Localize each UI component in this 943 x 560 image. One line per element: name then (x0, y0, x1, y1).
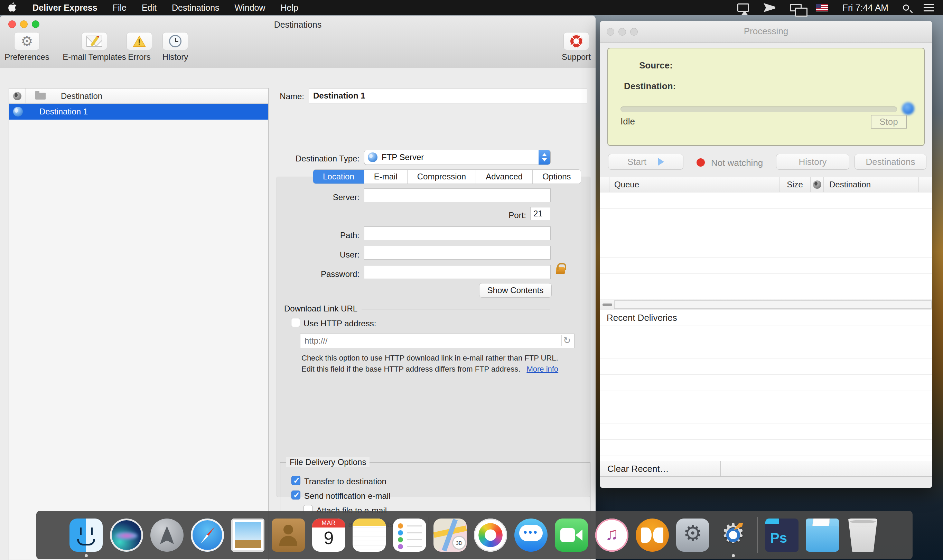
dock-item-launchpad[interactable] (150, 518, 183, 552)
port-input[interactable] (530, 207, 550, 220)
support-button[interactable]: Support (550, 32, 602, 62)
menu-edit[interactable]: Edit (142, 3, 157, 13)
menu-destinations[interactable]: Destinations (172, 3, 220, 13)
dock-item-contacts[interactable] (272, 518, 305, 552)
globe-icon (13, 107, 23, 117)
menu-bar: Deliver Express File Edit Destinations W… (0, 0, 943, 15)
dock-item-facetime[interactable] (555, 518, 588, 552)
user-input[interactable] (364, 246, 551, 260)
transfer-to-destination-label: Transfer to destination (304, 477, 386, 486)
queue-row (600, 274, 932, 290)
system-preferences-icon (676, 518, 709, 552)
menu-help[interactable]: Help (281, 3, 298, 13)
presentation-icon[interactable] (764, 3, 775, 12)
preferences-button[interactable]: ⚙ Preferences (1, 32, 53, 62)
section-divider (362, 309, 550, 309)
recent-deliveries-title: Recent Deliveries (607, 312, 677, 323)
list-item-destination-1[interactable]: Destination 1 (9, 104, 268, 120)
ibooks-icon (636, 518, 669, 552)
dock-item-system-preferences[interactable] (676, 518, 709, 552)
name-input[interactable] (309, 88, 587, 103)
menu-app-name[interactable]: Deliver Express (32, 3, 97, 13)
history-button[interactable]: History (149, 32, 201, 62)
stop-button[interactable]: Stop (871, 115, 907, 129)
dock-item-messages[interactable] (514, 518, 548, 552)
apple-menu-icon[interactable] (8, 2, 17, 13)
queue-row (600, 192, 932, 209)
bottom-bar: Clear Recent… (600, 461, 932, 477)
dock-item-deliver-express[interactable]: ⚙ (717, 518, 750, 552)
size-column-header[interactable]: Size (780, 177, 811, 192)
dock-item-finder[interactable] (69, 518, 103, 552)
history-window-button[interactable]: History (776, 154, 849, 170)
send-notification-checkbox[interactable] (291, 491, 300, 500)
dock-item-itunes[interactable] (595, 518, 628, 552)
processing-title: Processing (600, 26, 932, 37)
window-footer (600, 477, 932, 488)
use-http-checkbox[interactable] (291, 318, 300, 327)
dock-item-siri[interactable] (110, 518, 143, 552)
destinations-window-button[interactable]: Destinations (854, 154, 926, 170)
notification-center-icon[interactable] (924, 4, 934, 11)
dock-item-photoshop-folder[interactable] (765, 518, 798, 552)
dock-item-safari[interactable] (191, 518, 224, 552)
itunes-icon (595, 518, 628, 552)
processing-titlebar: Processing (600, 21, 932, 43)
tab-advanced[interactable]: Advanced (476, 170, 533, 183)
running-indicator (85, 554, 88, 557)
deliver-express-icon: ⚙ (717, 518, 750, 552)
list-item-label: Destination 1 (39, 107, 88, 117)
safari-icon (191, 518, 224, 552)
path-input[interactable] (364, 226, 551, 240)
displays-icon[interactable] (790, 4, 801, 11)
activity-indicator-icon (902, 102, 914, 115)
menu-file[interactable]: File (113, 3, 126, 13)
dock-item-maps[interactable]: 3D (434, 518, 467, 552)
launchpad-icon (150, 518, 183, 552)
globe-column-header[interactable] (811, 177, 824, 192)
input-language-flag-icon[interactable] (816, 4, 828, 11)
trash-icon (846, 518, 879, 552)
password-input[interactable] (364, 265, 551, 279)
finder-icon (69, 518, 103, 552)
dock-item-photos[interactable] (474, 518, 507, 552)
dock: MAR 9 3D ⚙ (36, 511, 912, 559)
spotlight-icon[interactable] (903, 5, 909, 11)
menu-window[interactable]: Window (235, 3, 266, 13)
dock-item-reminders[interactable] (393, 518, 426, 552)
globe-column-icon (13, 92, 22, 100)
use-http-label: Use HTTP address: (303, 319, 376, 328)
dock-item-trash[interactable] (846, 518, 879, 552)
dock-item-notes[interactable] (352, 518, 386, 552)
list-header-row[interactable]: Destination (9, 89, 268, 104)
show-contents-button[interactable]: Show Contents (479, 283, 552, 298)
clear-recent-button[interactable]: Clear Recent… (600, 461, 721, 476)
tab-options[interactable]: Options (533, 170, 581, 183)
dock-item-ibooks[interactable] (636, 518, 669, 552)
refresh-icon[interactable]: ↻ (561, 335, 572, 346)
airplay-display-icon[interactable] (737, 3, 749, 12)
documents-folder-icon (806, 518, 839, 552)
status-text: Idle (620, 116, 635, 127)
splitter-bar[interactable] (600, 299, 932, 310)
file-delivery-options-title: File Delivery Options (286, 457, 369, 467)
dock-item-mail[interactable] (231, 518, 265, 552)
destinations-content: Destination Destination 1 Name: Location… (0, 68, 595, 560)
recent-row (600, 358, 932, 375)
more-info-link[interactable]: More info (526, 365, 558, 373)
tab-compression[interactable]: Compression (408, 170, 476, 183)
tab-email[interactable]: E-mail (365, 170, 408, 183)
dock-item-documents-folder[interactable] (806, 518, 839, 552)
splitter-grip[interactable] (603, 303, 612, 306)
transfer-to-destination-checkbox[interactable] (291, 476, 300, 485)
start-button[interactable]: Start (608, 154, 683, 170)
server-input[interactable] (364, 188, 551, 202)
dock-item-calendar[interactable]: MAR 9 (312, 518, 345, 552)
http-address-input[interactable] (300, 334, 574, 348)
destination-type-popup[interactable]: FTP Server (364, 150, 551, 165)
queue-column-header[interactable]: Queue (609, 177, 780, 192)
tab-location[interactable]: Location (313, 170, 365, 183)
menu-clock[interactable]: Fri 7:44 AM (842, 2, 888, 13)
recent-row (600, 423, 932, 440)
destination-column-header[interactable]: Destination (824, 177, 918, 192)
